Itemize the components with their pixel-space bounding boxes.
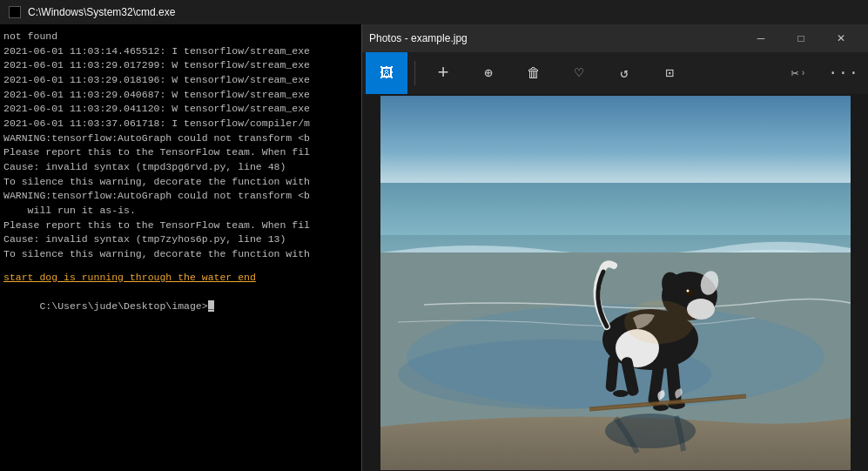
- heart-icon: ♡: [575, 64, 583, 82]
- log-line-8: Please report this to the TensorFlow tea…: [3, 145, 358, 160]
- toolbar-rotate-button[interactable]: ↺: [603, 52, 645, 94]
- photos-image-area: [362, 94, 868, 471]
- log-line-14: Cause: invalid syntax (tmp7zyhos6p.py, l…: [3, 232, 358, 247]
- zoom-icon: ⊕: [484, 64, 493, 82]
- log-line-15: To silence this warning, decorate the fu…: [3, 247, 358, 262]
- toolbar-delete-button[interactable]: 🗑: [513, 52, 555, 94]
- main-area: not found 2021-06-01 11:03:14.465512: I …: [0, 24, 868, 471]
- toolbar-add-button[interactable]: +: [422, 52, 464, 94]
- log-line-3: 2021-06-01 11:03:29.018196: W tensorflow…: [3, 73, 358, 88]
- photos-window: Photos - example.jpg ─ □ ✕ 🖼 + ⊕ 🗑: [361, 24, 868, 471]
- cmd-prompt[interactable]: C:\Users\jude\Desktop\image>_: [3, 285, 358, 328]
- toolbar-favorite-button[interactable]: ♡: [558, 52, 600, 94]
- log-line-13: Please report this to the TensorFlow tea…: [3, 219, 358, 233]
- maximize-button[interactable]: □: [781, 24, 821, 52]
- cmd-title: C:\Windows\System32\cmd.exe: [28, 6, 175, 18]
- photos-toolbar: 🖼 + ⊕ 🗑 ♡ ↺ ⊡ ✂ ›: [362, 52, 868, 94]
- photos-win-controls: ─ □ ✕: [741, 24, 861, 52]
- cmd-icon: [9, 6, 21, 18]
- log-line-12: will run it as-is.: [3, 204, 358, 219]
- edit-label: ›: [801, 69, 806, 78]
- rotate-icon: ↺: [620, 64, 629, 82]
- log-line-6: 2021-06-01 11:03:37.061718: I tensorflow…: [3, 117, 358, 131]
- log-line-7: WARNING:tensorflow:AutoGraph could not t…: [3, 131, 358, 146]
- photos-title: Photos - example.jpg: [369, 32, 468, 44]
- delete-icon: 🗑: [527, 65, 541, 82]
- edit-icon: ✂: [791, 65, 798, 82]
- add-icon: +: [437, 63, 448, 84]
- toolbar-edit-button[interactable]: ✂ ›: [777, 52, 819, 94]
- toolbar-photos-icon[interactable]: 🖼: [366, 52, 407, 94]
- log-line-1: 2021-06-01 11:03:14.465512: I tensorflow…: [3, 44, 358, 59]
- toolbar-more-button[interactable]: ···: [823, 52, 865, 94]
- cmd-console[interactable]: not found 2021-06-01 11:03:14.465512: I …: [0, 24, 361, 471]
- photos-app-icon: 🖼: [380, 65, 394, 82]
- log-line-11: WARNING:tensorflow:AutoGraph could not t…: [3, 189, 358, 204]
- svg-point-21: [624, 300, 694, 344]
- log-line-0: not found: [3, 30, 358, 44]
- log-line-9: Cause: invalid syntax (tmpd3pg6rvd.py, l…: [3, 160, 358, 175]
- crop-icon: ⊡: [665, 64, 674, 82]
- more-icon: ···: [828, 64, 858, 82]
- photos-title-left: Photos - example.jpg: [369, 32, 468, 44]
- photos-titlebar: Photos - example.jpg ─ □ ✕: [362, 24, 868, 52]
- dog-beach-image: [380, 96, 851, 470]
- minimize-button[interactable]: ─: [741, 24, 781, 52]
- toolbar-zoom-button[interactable]: ⊕: [468, 52, 509, 94]
- log-line-5: 2021-06-01 11:03:29.041120: W tensorflow…: [3, 102, 358, 117]
- log-line-10: To silence this warning, decorate the fu…: [3, 175, 358, 190]
- svg-point-10: [686, 289, 689, 292]
- toolbar-crop-button[interactable]: ⊡: [649, 52, 690, 94]
- log-line-4: 2021-06-01 11:03:29.040687: W tensorflow…: [3, 88, 358, 103]
- svg-point-19: [613, 390, 629, 397]
- cmd-titlebar: C:\Windows\System32\cmd.exe: [0, 0, 868, 24]
- cursor: _: [208, 300, 214, 312]
- log-line-2: 2021-06-01 11:03:29.017299: W tensorflow…: [3, 58, 358, 73]
- result-line: start dog is running through the water e…: [3, 271, 358, 286]
- close-button[interactable]: ✕: [821, 24, 861, 52]
- toolbar-separator-1: [414, 61, 415, 85]
